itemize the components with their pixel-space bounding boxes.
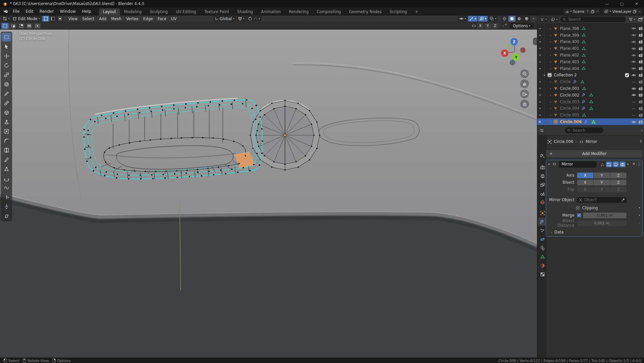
hide-eye-toggle[interactable] [631,53,636,58]
shading-dropdown[interactable]: ▾ [533,17,534,20]
flip-z-button[interactable]: Z [610,187,627,192]
hide-eye-toggle[interactable] [631,66,636,71]
disclosure-chevron[interactable]: › [549,100,552,104]
bisect-distance-field[interactable]: 0.001 m [577,220,627,226]
tool-cursor[interactable] [2,42,11,51]
hide-eye-toggle[interactable] [631,106,636,111]
proportional-editing-dropdown[interactable]: ▾ [247,16,261,22]
disclosure-chevron[interactable]: › [549,27,552,30]
shading-material-button[interactable] [516,16,523,22]
bisect-x-button[interactable]: X [577,180,593,185]
viewport-canvas[interactable] [0,30,537,359]
axis-y-button[interactable]: Y [594,173,610,178]
pin-icon[interactable] [639,140,643,144]
outliner-item-plane-404[interactable]: ›Plane.404 [537,65,644,72]
camera-view-button[interactable] [520,89,529,98]
disable-render-toggle[interactable] [638,73,643,77]
disable-render-toggle[interactable] [638,86,643,91]
menu-help[interactable]: Help [79,7,94,15]
outliner-item-circle-001[interactable]: ›Circle.001 [537,85,644,92]
navigation-gizmo[interactable]: Z X Y [501,34,531,71]
maximize-button[interactable]: ▢ [614,0,629,7]
disclosure-chevron[interactable]: › [549,120,552,123]
tool-poly-build[interactable] [2,165,11,173]
pan-button[interactable] [520,79,529,88]
tool-spin[interactable] [2,174,11,183]
outliner-item-circle[interactable]: ›Circle [537,78,644,85]
data-subpanel-header[interactable]: › Data [551,229,644,235]
workspace-tab-layout[interactable]: Layout [99,8,120,15]
viewport-menu-face[interactable]: Face [155,16,169,21]
menu-render[interactable]: Render [36,7,57,15]
bisect-y-button[interactable]: Y [594,180,610,185]
workspace-tab-rendering[interactable]: Rendering [285,8,313,15]
scene-selector[interactable]: ▾ Scene ✕ [563,8,601,15]
menu-window[interactable]: Window [57,7,79,15]
tool-bevel[interactable] [2,136,11,145]
breadcrumb-modifier[interactable]: Mirror [586,139,597,144]
tool-select-box[interactable] [2,33,11,41]
snap-dropdown[interactable]: ▾ [237,16,246,22]
workspace-tab-uv-editing[interactable]: UV Editing [172,8,200,15]
hide-eye-toggle[interactable] [631,60,636,64]
add-workspace-button[interactable]: + [411,8,422,15]
disclosure-chevron[interactable]: › [549,67,552,70]
workspace-tab-animation[interactable]: Animation [257,8,285,15]
outliner-filter-collection[interactable]: ▾ [549,16,559,22]
disable-render-toggle[interactable] [638,46,643,51]
workspace-tab-scripting[interactable]: Scripting [386,8,411,15]
editor-type-button[interactable]: ▾ [1,16,11,22]
outliner-display-mode[interactable]: ▾ [539,16,548,22]
outliner-item-plane-398[interactable]: ›Plane.398 [537,25,644,32]
select-mode-extend-button[interactable] [9,23,17,29]
edge-select-mode-button[interactable] [49,16,56,22]
workspace-tab-shading[interactable]: Shading [233,8,257,15]
close-button[interactable]: ✕ [629,0,644,7]
select-mode-new-button[interactable] [1,23,9,29]
flip-y-button[interactable]: Y [594,187,610,192]
menu-edit[interactable]: Edit [23,7,36,15]
workspace-tab-sculpting[interactable]: Sculpting [146,8,172,15]
disable-render-toggle[interactable] [638,113,643,117]
disclosure-chevron[interactable]: › [549,53,552,57]
tool-add-cube[interactable] [2,108,11,117]
animate-dot[interactable] [639,215,640,216]
outliner-item-plane-401[interactable]: ›Plane.401 [537,45,644,52]
merge-threshold-field[interactable]: 0.001 m [583,213,627,218]
options-dropdown[interactable]: Options ▾ [510,23,534,29]
disable-render-toggle[interactable] [638,106,643,111]
eyedropper-icon[interactable] [621,198,625,202]
outliner-item-plane-399[interactable]: ›Plane.399 [537,32,644,39]
properties-search-input[interactable] [572,128,601,133]
hide-eye-toggle[interactable] [631,113,636,117]
xray-toggle[interactable]: ▾ [488,16,498,22]
menu-file[interactable]: File [10,7,23,15]
tool-extrude-region[interactable] [2,117,11,126]
properties-tab-physics[interactable] [538,235,547,243]
viewport-menu-view[interactable]: View [66,16,80,21]
blender-menu-logo-icon[interactable] [3,9,8,13]
outliner-item-plane-402[interactable]: ›Plane.402 [537,52,644,59]
select-mode-subtract-button[interactable] [17,23,25,29]
shading-solid-button[interactable] [508,16,515,22]
transform-orientation-dropdown[interactable]: Global ▾ [213,16,236,22]
tool-smooth[interactable] [2,183,11,192]
tool-loop-cut[interactable] [2,146,11,154]
disable-render-toggle[interactable] [638,26,643,31]
disclosure-chevron[interactable]: › [549,94,552,97]
view-layer-selector[interactable]: ▾ ViewLayer ✕ [603,8,643,15]
tool-scale[interactable] [2,70,11,79]
show-gizmo-dropdown[interactable]: ▾ [458,16,467,22]
workspace-tab-texture-paint[interactable]: Texture Paint [200,8,233,15]
properties-options-dropdown[interactable]: ▾ [641,129,642,132]
sidebar-collapse-arrow[interactable]: ‹ [533,38,537,45]
toggle-perspective-button[interactable] [520,100,529,108]
disclosure-chevron[interactable]: ▾ [543,74,546,77]
gizmos-toggle[interactable]: ▾ [468,16,477,22]
tool-shear[interactable] [2,212,11,220]
mirror-z-button[interactable]: Z [492,23,499,29]
unlink-scene-icon[interactable]: ✕ [596,9,599,14]
hide-eye-toggle[interactable] [631,100,636,104]
add-modifier-button[interactable]: + Add Modifier [546,150,643,158]
outliner-item-collection-2[interactable]: ▾Collection 2 [537,72,644,79]
